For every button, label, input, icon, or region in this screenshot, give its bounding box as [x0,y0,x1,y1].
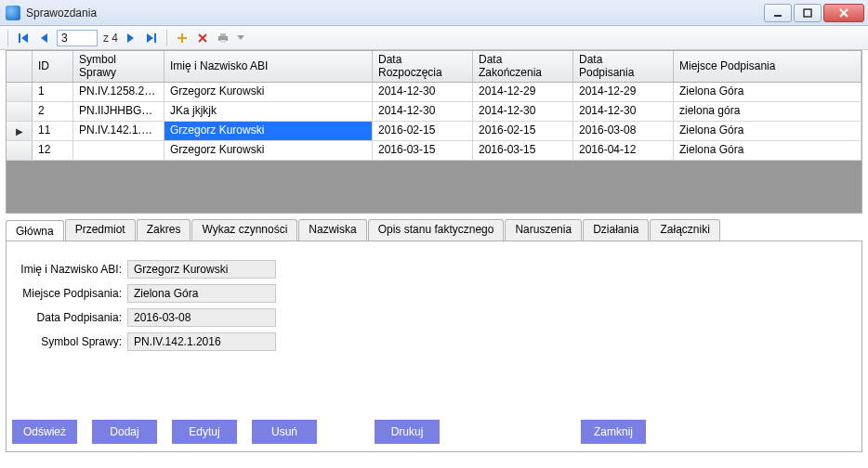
symbol-value: PN.IV.142.1.2016 [127,332,276,351]
cell[interactable]: 12 [33,141,73,160]
cell[interactable]: 11 [33,122,73,140]
cell[interactable]: 1 [33,83,73,101]
tab-zakres[interactable]: Zakres [137,219,191,240]
first-record-icon[interactable] [16,31,31,46]
svg-rect-15 [220,33,226,36]
svg-marker-5 [21,33,28,43]
cell[interactable]: zielona góra [674,102,861,121]
last-record-icon[interactable] [144,31,159,46]
cell[interactable]: 2016-03-15 [473,141,573,160]
abi-value: Grzegorz Kurowski [127,260,276,279]
tab-panel-main: Imię i Nazwisko ABI: Grzegorz Kurowski M… [6,240,862,452]
edit-button[interactable]: Edytuj [172,420,237,444]
cell[interactable]: Zielona Góra [674,83,861,101]
separator [166,30,167,46]
cell[interactable]: 2016-04-12 [573,141,674,160]
close-button[interactable] [823,4,864,22]
tab-wykaz-czynności[interactable]: Wykaz czynności [191,219,297,240]
separator [7,30,8,46]
cell[interactable]: 2014-12-30 [373,83,473,101]
reports-grid: ID Symbol Sprawy Imię i Nazwisko ABI Dat… [6,50,862,214]
svg-rect-1 [804,9,811,17]
tab-działania[interactable]: Działania [583,219,649,240]
titlebar: Sprawozdania [0,0,868,26]
miejsce-label: Miejsce Podpisania: [20,287,127,300]
close-form-button[interactable]: Zamknij [581,420,646,444]
row-selector[interactable] [7,102,33,121]
add-button[interactable]: Dodaj [92,420,157,444]
cell[interactable]: 2014-12-30 [473,102,573,121]
next-record-icon[interactable] [124,31,138,46]
col-symbol[interactable]: Symbol Sprawy [73,51,164,82]
window-title: Sprawozdania [26,6,762,20]
data-podpisania-value: 2016-03-08 [127,308,276,327]
cell[interactable]: Zielona Góra [674,141,861,160]
cell[interactable]: 2016-03-15 [373,141,473,160]
col-start-date[interactable]: Data Rozpoczęcia [373,51,473,82]
cell[interactable]: 2016-02-15 [473,122,573,140]
grid-header: ID Symbol Sprawy Imię i Nazwisko ABI Dat… [7,51,861,83]
table-row[interactable]: 1PN.IV.1258.2014Grzegorz Kurowski2014-12… [7,83,861,102]
cell[interactable]: PN.IV.142.1.2016 [73,122,164,140]
add-record-icon[interactable] [175,31,190,46]
maximize-button[interactable] [794,4,822,22]
cell[interactable]: PN.IIJHHBGGH [73,102,164,121]
navigator-toolbar: z 4 [0,26,868,50]
row-selector-header [7,51,33,82]
abi-label: Imię i Nazwisko ABI: [20,263,127,276]
cell[interactable]: Zielona Góra [674,122,861,140]
col-end-date[interactable]: Data Zakończenia [473,51,573,82]
delete-button[interactable]: Usuń [252,420,317,444]
cell[interactable]: 2014-12-30 [573,102,674,121]
prev-record-icon[interactable] [36,31,51,46]
cell[interactable]: Grzegorz Kurowski [164,83,373,101]
cell[interactable]: JKa jkjkjk [164,102,373,121]
tab-naruszenia[interactable]: Naruszenia [505,219,582,240]
row-selector[interactable] [7,83,33,101]
cell[interactable]: 2014-12-29 [573,83,674,101]
row-selector[interactable]: ▶ [7,122,33,140]
minimize-button[interactable] [764,4,792,22]
table-row[interactable]: ▶11PN.IV.142.1.2016Grzegorz Kurowski2016… [7,122,861,141]
cell[interactable]: 2014-12-29 [473,83,573,101]
tab-załączniki[interactable]: Załączniki [650,219,719,240]
svg-marker-7 [127,33,134,43]
svg-marker-8 [147,33,153,43]
row-selector[interactable] [7,141,33,160]
record-position-input[interactable] [57,30,98,46]
cell[interactable]: Grzegorz Kurowski [164,141,373,160]
col-id[interactable]: ID [33,51,73,82]
refresh-button[interactable]: Odśwież [12,420,77,444]
dropdown-icon[interactable] [236,31,245,46]
svg-rect-16 [220,40,226,43]
col-abi[interactable]: Imię i Nazwisko ABI [164,51,373,82]
tab-przedmiot[interactable]: Przedmiot [65,219,136,240]
record-count-label: z 4 [103,32,118,45]
table-row[interactable]: 12Grzegorz Kurowski2016-03-152016-03-152… [7,141,861,161]
svg-marker-17 [237,35,244,40]
cell[interactable] [73,141,164,160]
col-sign-place[interactable]: Miejsce Podpisania [674,51,861,82]
delete-record-icon[interactable] [195,31,210,46]
tab-nazwiska[interactable]: Nazwiska [298,219,366,240]
cell[interactable]: PN.IV.1258.2014 [73,83,164,101]
tab-główna[interactable]: Główna [6,220,64,241]
svg-marker-6 [41,33,47,43]
cell[interactable]: 2016-02-15 [373,122,473,140]
cell[interactable]: Grzegorz Kurowski [164,122,373,140]
cell[interactable]: 2014-12-30 [373,102,473,121]
print-button[interactable]: Drukuj [375,420,440,444]
data-podpisania-label: Data Podpisania: [20,311,127,324]
cell[interactable]: 2 [33,102,73,121]
print-icon[interactable] [216,31,230,46]
table-row[interactable]: 2PN.IIJHHBGGHJKa jkjkjk2014-12-302014-12… [7,102,861,122]
app-icon [6,6,20,20]
miejsce-value: Zielona Góra [127,284,276,303]
symbol-label: Symbol Sprawy: [20,335,127,348]
tab-opis-stanu-faktycznego[interactable]: Opis stanu faktycznego [368,219,505,240]
col-sign-date[interactable]: Data Podpisania [573,51,674,82]
tabstrip: GłównaPrzedmiotZakresWykaz czynnościNazw… [6,219,862,240]
cell[interactable]: 2016-03-08 [573,122,674,140]
